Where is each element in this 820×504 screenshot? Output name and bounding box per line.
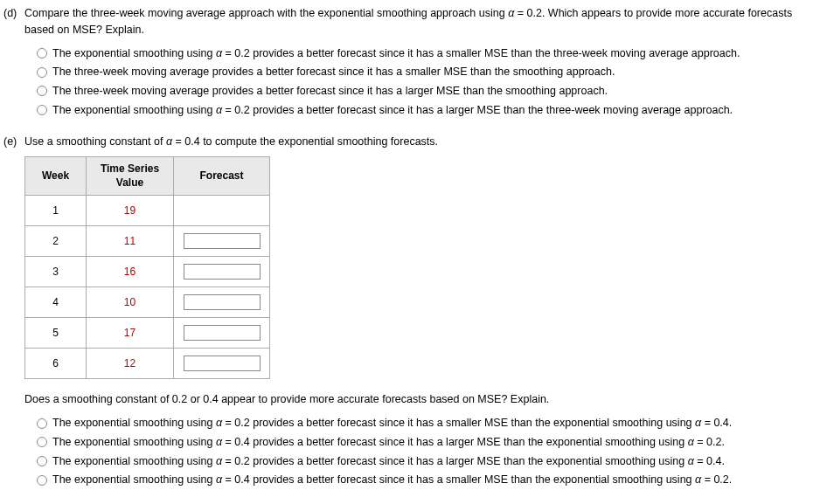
alpha-symbol: α bbox=[216, 47, 222, 59]
table-header-row: Week Time SeriesValue Forecast bbox=[25, 157, 270, 196]
forecast-table: Week Time SeriesValue Forecast 1 19 2 11 bbox=[24, 156, 270, 379]
option-text: = 0.4 provides a better forecast since i… bbox=[222, 473, 695, 486]
radio-option[interactable]: The exponential smoothing using α = 0.2 … bbox=[37, 45, 820, 62]
option-label: The exponential smoothing using α = 0.2 … bbox=[52, 45, 740, 62]
alpha-symbol: α bbox=[688, 436, 694, 448]
week-cell: 2 bbox=[25, 226, 87, 257]
alpha-symbol: α bbox=[216, 104, 222, 116]
option-label: The exponential smoothing using α = 0.4 … bbox=[52, 472, 732, 488]
part-d-options: The exponential smoothing using α = 0.2 … bbox=[24, 45, 820, 119]
week-cell: 6 bbox=[25, 349, 87, 379]
forecast-input[interactable] bbox=[184, 264, 261, 280]
alpha-symbol: α bbox=[216, 436, 222, 448]
radio-icon bbox=[37, 437, 47, 447]
option-text: = 0.2 provides a better forecast since i… bbox=[222, 455, 688, 467]
option-text: = 0.2 provides a better forecast since i… bbox=[222, 47, 740, 59]
radio-option[interactable]: The exponential smoothing using α = 0.2 … bbox=[37, 415, 820, 432]
radio-option[interactable]: The three-week moving average provides a… bbox=[37, 64, 820, 80]
part-d-prompt: Compare the three-week moving average ap… bbox=[24, 5, 820, 38]
question-part-d: (d) Compare the three-week moving averag… bbox=[0, 5, 820, 121]
value-cell: 11 bbox=[87, 226, 174, 257]
radio-icon bbox=[37, 418, 47, 429]
option-label: The exponential smoothing using α = 0.2 … bbox=[52, 102, 733, 119]
forecast-input[interactable] bbox=[184, 356, 261, 371]
question-part-e: (e) Use a smoothing constant of α = 0.4 … bbox=[0, 134, 820, 492]
week-cell: 3 bbox=[25, 257, 87, 287]
value-cell: 10 bbox=[87, 287, 174, 318]
radio-option[interactable]: The exponential smoothing using α = 0.2 … bbox=[37, 102, 820, 119]
table-row: 1 19 bbox=[25, 196, 270, 226]
part-e-options: The exponential smoothing using α = 0.2 … bbox=[24, 415, 820, 488]
value-cell: 17 bbox=[87, 318, 174, 349]
option-label: The exponential smoothing using α = 0.2 … bbox=[52, 415, 732, 432]
alpha-symbol: α bbox=[216, 455, 222, 467]
radio-icon bbox=[37, 105, 47, 115]
alpha-symbol: α bbox=[688, 455, 694, 467]
radio-option[interactable]: The three-week moving average provides a… bbox=[37, 83, 820, 100]
forecast-cell bbox=[174, 287, 270, 318]
value-cell: 16 bbox=[87, 257, 174, 287]
header-week: Week bbox=[25, 157, 87, 196]
value-cell: 12 bbox=[87, 349, 174, 379]
week-cell: 4 bbox=[25, 287, 87, 318]
option-label: The exponential smoothing using α = 0.4 … bbox=[52, 434, 725, 451]
radio-icon bbox=[37, 456, 47, 466]
radio-icon bbox=[37, 48, 47, 59]
table-row: 5 17 bbox=[25, 318, 270, 349]
prompt-text: Use a smoothing constant of bbox=[24, 135, 166, 148]
radio-option[interactable]: The exponential smoothing using α = 0.2 … bbox=[37, 453, 820, 470]
forecast-cell bbox=[174, 196, 270, 226]
part-e-subprompt: Does a smoothing constant of 0.2 or 0.4 … bbox=[24, 391, 820, 408]
alpha-symbol: α bbox=[166, 135, 172, 148]
option-label: The three-week moving average provides a… bbox=[52, 64, 615, 80]
forecast-input[interactable] bbox=[184, 325, 261, 341]
option-text: The exponential smoothing using bbox=[52, 47, 216, 59]
forecast-input[interactable] bbox=[184, 294, 261, 310]
week-cell: 5 bbox=[25, 318, 87, 349]
part-e-content: Use a smoothing constant of α = 0.4 to c… bbox=[24, 134, 820, 492]
alpha-symbol: α bbox=[216, 473, 222, 486]
part-d-content: Compare the three-week moving average ap… bbox=[24, 5, 820, 121]
option-text: = 0.4. bbox=[701, 417, 732, 429]
option-text: The exponential smoothing using bbox=[52, 455, 216, 467]
prompt-text: Compare the three-week moving average ap… bbox=[24, 7, 508, 19]
option-label: The three-week moving average provides a… bbox=[52, 83, 608, 100]
header-value: Time SeriesValue bbox=[87, 157, 174, 196]
option-text: The exponential smoothing using bbox=[52, 104, 216, 116]
part-d-label: (d) bbox=[0, 5, 24, 121]
option-text: The exponential smoothing using bbox=[52, 436, 216, 448]
option-label: The exponential smoothing using α = 0.2 … bbox=[52, 453, 725, 470]
radio-option[interactable]: The exponential smoothing using α = 0.4 … bbox=[37, 434, 820, 451]
forecast-cell bbox=[174, 349, 270, 379]
forecast-input[interactable] bbox=[184, 233, 261, 249]
table-row: 3 16 bbox=[25, 257, 270, 287]
option-text: The exponential smoothing using bbox=[52, 417, 216, 429]
option-text: = 0.4. bbox=[694, 455, 725, 467]
week-cell: 1 bbox=[25, 196, 87, 226]
part-e-prompt: Use a smoothing constant of α = 0.4 to c… bbox=[24, 134, 820, 150]
option-text: = 0.2. bbox=[701, 473, 732, 486]
prompt-text: = 0.4 to compute the exponential smoothi… bbox=[172, 135, 438, 148]
forecast-cell bbox=[174, 318, 270, 349]
option-text: = 0.2. bbox=[694, 436, 725, 448]
header-forecast: Forecast bbox=[174, 157, 270, 196]
header-line: Value bbox=[116, 176, 143, 189]
option-text: The exponential smoothing using bbox=[52, 473, 216, 486]
radio-icon bbox=[37, 86, 47, 96]
table-row: 2 11 bbox=[25, 226, 270, 257]
radio-icon bbox=[37, 67, 47, 78]
forecast-cell bbox=[174, 226, 270, 257]
value-cell: 19 bbox=[87, 196, 174, 226]
header-line: Time Series bbox=[101, 162, 159, 175]
radio-icon bbox=[37, 475, 47, 486]
option-text: = 0.2 provides a better forecast since i… bbox=[222, 417, 695, 429]
option-text: = 0.2 provides a better forecast since i… bbox=[222, 104, 733, 116]
radio-option[interactable]: The exponential smoothing using α = 0.4 … bbox=[37, 472, 820, 488]
option-text: = 0.4 provides a better forecast since i… bbox=[222, 436, 688, 448]
alpha-symbol: α bbox=[216, 417, 222, 429]
table-row: 6 12 bbox=[25, 349, 270, 379]
forecast-cell bbox=[174, 257, 270, 287]
table-row: 4 10 bbox=[25, 287, 270, 318]
part-e-label: (e) bbox=[0, 134, 24, 492]
